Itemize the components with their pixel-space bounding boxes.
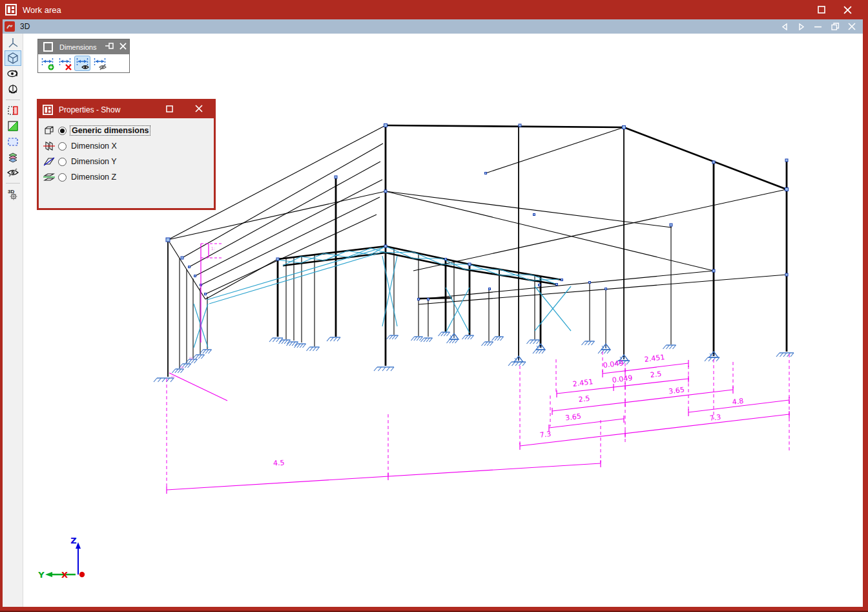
window-border-left bbox=[0, 0, 3, 612]
minimize-doc-button[interactable] bbox=[810, 19, 827, 34]
hide-elements-icon[interactable] bbox=[5, 165, 21, 180]
option-generic-dimensions[interactable]: Generic dimensions bbox=[43, 123, 214, 138]
delete-dimension-button[interactable] bbox=[57, 56, 73, 71]
restore-icon bbox=[831, 23, 840, 30]
window-title: Work area bbox=[23, 5, 809, 15]
app-logo-icon bbox=[43, 105, 53, 115]
close-panel-button[interactable] bbox=[184, 105, 214, 114]
radio-generic-dimensions[interactable] bbox=[58, 127, 67, 135]
add-dimension-button[interactable] bbox=[39, 56, 56, 71]
title-bar: Work area bbox=[0, 0, 868, 19]
dimension-z-icon bbox=[43, 172, 56, 182]
close-icon bbox=[848, 23, 856, 30]
dimensions-toolbar: Dimensions bbox=[37, 39, 130, 73]
rotate-view-icon[interactable] bbox=[5, 66, 21, 81]
close-icon bbox=[119, 43, 127, 50]
svg-text:2.5: 2.5 bbox=[650, 370, 662, 379]
radio-dimension-x[interactable] bbox=[58, 142, 67, 151]
properties-panel-titlebar[interactable]: Properties - Show bbox=[39, 101, 214, 118]
svg-text:7.3: 7.3 bbox=[709, 413, 721, 423]
close-toolbar-button[interactable] bbox=[116, 43, 129, 52]
pin-icon bbox=[105, 42, 114, 50]
layers-icon[interactable] bbox=[5, 149, 21, 165]
toolbar-separator bbox=[6, 100, 20, 100]
close-doc-button[interactable] bbox=[843, 19, 860, 34]
app-logo-icon bbox=[5, 4, 17, 16]
svg-text:1:: 1: bbox=[211, 246, 216, 251]
arrow-left-icon bbox=[781, 23, 788, 30]
hide-dimension-button[interactable] bbox=[92, 56, 108, 71]
dimensions-toolbar-titlebar[interactable]: Dimensions bbox=[38, 39, 129, 54]
svg-text:3.65: 3.65 bbox=[668, 386, 685, 396]
document-title: 3D bbox=[20, 22, 776, 31]
svg-text:2.451: 2.451 bbox=[572, 377, 594, 388]
toolbar-separator bbox=[6, 183, 20, 184]
minimize-icon bbox=[814, 26, 822, 28]
dimensions-toolbar-title: Dimensions bbox=[59, 43, 103, 51]
radio-dimension-y[interactable] bbox=[58, 158, 67, 166]
option-label: Dimension X bbox=[70, 142, 118, 151]
maximize-button[interactable] bbox=[809, 0, 834, 19]
close-icon bbox=[843, 6, 852, 14]
close-button[interactable] bbox=[834, 0, 860, 19]
option-label: Generic dimensions bbox=[70, 125, 150, 136]
view-cube-icon[interactable] bbox=[5, 50, 21, 66]
svg-text:X: X bbox=[61, 570, 68, 580]
pin-toolbar-button[interactable] bbox=[103, 42, 116, 52]
generic-dimensions-icon bbox=[43, 125, 56, 136]
properties-panel-title: Properties - Show bbox=[59, 105, 154, 114]
svg-text:4.5: 4.5 bbox=[273, 458, 285, 467]
maximize-icon bbox=[818, 6, 825, 14]
dimension-x-icon bbox=[43, 141, 56, 151]
option-label: Dimension Z bbox=[70, 173, 118, 182]
orbit-view-icon[interactable] bbox=[5, 81, 21, 97]
properties-panel: Properties - Show Generic dimensions Dim… bbox=[37, 99, 216, 210]
document-bar: 3D bbox=[3, 19, 863, 34]
selection-box-icon[interactable] bbox=[5, 134, 21, 149]
option-dimension-z[interactable]: Dimension Z bbox=[43, 170, 214, 184]
svg-text:4.8: 4.8 bbox=[732, 397, 744, 406]
option-dimension-y[interactable]: Dimension Y bbox=[43, 154, 214, 169]
svg-text:0.049: 0.049 bbox=[612, 374, 633, 385]
dimension-y-icon bbox=[43, 156, 56, 167]
render-mode-icon[interactable] bbox=[5, 118, 21, 134]
arrow-right-icon bbox=[798, 23, 805, 30]
svg-text:3.65: 3.65 bbox=[565, 412, 582, 423]
next-view-button[interactable] bbox=[793, 19, 810, 34]
svg-text:0.049: 0.049 bbox=[603, 359, 624, 370]
svg-text:2.5: 2.5 bbox=[578, 394, 590, 404]
window-border-bottom bbox=[0, 607, 868, 612]
svg-text:Y: Y bbox=[37, 570, 45, 580]
maximize-panel-button[interactable] bbox=[154, 105, 184, 114]
settings-3d-icon[interactable]: 3D bbox=[5, 186, 21, 202]
restore-doc-button[interactable] bbox=[827, 19, 843, 34]
svg-text:Z: Z bbox=[70, 536, 76, 545]
previous-view-button[interactable] bbox=[776, 19, 793, 34]
close-icon bbox=[195, 105, 203, 112]
svg-text:2.451: 2.451 bbox=[644, 353, 665, 364]
option-dimension-x[interactable]: Dimension X bbox=[43, 139, 214, 153]
coordinate-system-icon[interactable] bbox=[5, 35, 21, 50]
window-border-right bbox=[863, 0, 868, 612]
dimensions-toolbar-buttons bbox=[38, 54, 129, 72]
structure-drawing: 0.0492.4512.4510.0492.52.53.653.654.87.3… bbox=[0, 0, 868, 612]
option-label: Dimension Y bbox=[70, 157, 118, 166]
show-dimension-button[interactable] bbox=[74, 56, 90, 71]
radio-dimension-z[interactable] bbox=[58, 173, 67, 182]
maximize-icon bbox=[166, 105, 173, 112]
document-icon bbox=[5, 21, 15, 32]
clipping-box-icon[interactable] bbox=[5, 103, 21, 118]
svg-text:7.3: 7.3 bbox=[539, 430, 552, 439]
view-toolbar: 3D bbox=[3, 34, 23, 607]
toolbar-handle-icon bbox=[43, 42, 53, 52]
